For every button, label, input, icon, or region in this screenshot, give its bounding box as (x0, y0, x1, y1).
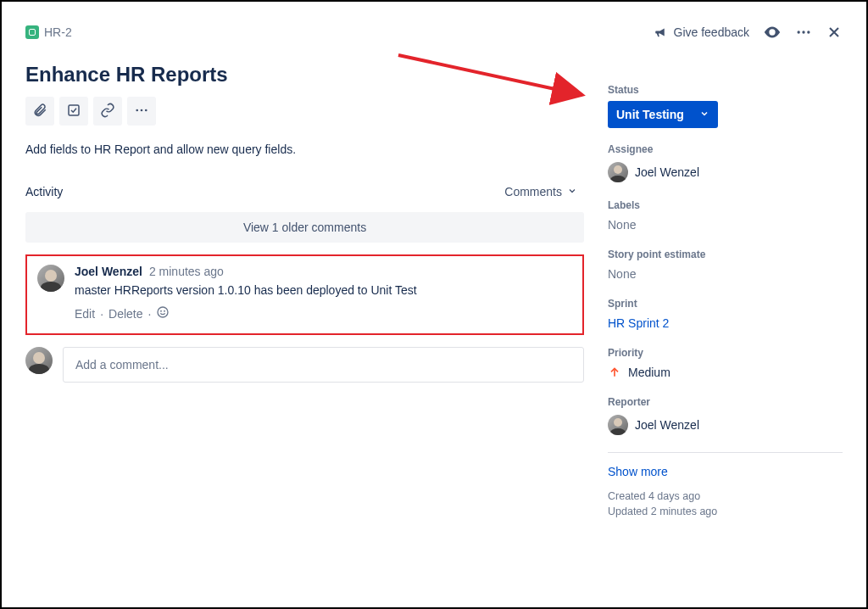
feedback-label: Give feedback (674, 25, 750, 39)
activity-label: Activity (25, 185, 63, 198)
issue-description: Add fields to HR Report and allow new qu… (25, 142, 584, 156)
status-label: Status (608, 84, 843, 96)
breadcrumb[interactable]: HR-2 (25, 25, 72, 39)
updated-timestamp: Updated 2 minutes ago (608, 506, 843, 517)
view-older-comments[interactable]: View 1 older comments (25, 212, 584, 243)
svg-point-1 (136, 109, 138, 111)
comment-body: master HRReports version 1.0.10 has been… (75, 283, 572, 297)
reporter-field[interactable]: Joel Wenzel (608, 413, 843, 437)
priority-label: Priority (608, 347, 843, 359)
ellipsis-icon (134, 103, 149, 120)
svg-point-4 (158, 307, 168, 317)
labels-label: Labels (608, 199, 843, 211)
labels-field[interactable]: None (608, 216, 843, 233)
comment-author: Joel Wenzel (75, 265, 142, 278)
close-button[interactable] (826, 24, 843, 41)
chevron-down-icon (567, 185, 577, 198)
sprint-field[interactable]: HR Sprint 2 (608, 315, 843, 332)
avatar (608, 162, 628, 182)
story-point-label: Story point estimate (608, 249, 843, 260)
priority-value: Medium (628, 366, 670, 379)
status-value: Unit Testing (616, 108, 684, 121)
created-timestamp: Created 4 days ago (608, 490, 843, 502)
reaction-icon[interactable] (156, 305, 170, 321)
svg-rect-0 (69, 105, 79, 115)
give-feedback-button[interactable]: Give feedback (654, 25, 750, 40)
svg-point-3 (145, 109, 147, 111)
avatar (37, 265, 64, 292)
svg-point-2 (141, 109, 143, 111)
comment-delete-button[interactable]: Delete (108, 307, 142, 321)
megaphone-icon (654, 25, 669, 40)
show-more-link[interactable]: Show more (608, 465, 843, 478)
svg-point-8 (798, 31, 800, 33)
assignee-value: Joel Wenzel (635, 165, 699, 179)
svg-point-10 (807, 31, 810, 33)
comment-item: Joel Wenzel 2 minutes ago master HRRepor… (25, 254, 584, 335)
svg-point-7 (771, 31, 774, 34)
close-icon (826, 24, 843, 41)
subtask-button[interactable] (59, 97, 88, 126)
issue-key[interactable]: HR-2 (44, 25, 72, 39)
divider (608, 452, 843, 453)
link-button[interactable] (93, 97, 122, 126)
priority-medium-icon (608, 366, 621, 379)
status-dropdown[interactable]: Unit Testing (608, 101, 718, 128)
comment-edit-button[interactable]: Edit (75, 307, 95, 321)
assignee-field[interactable]: Joel Wenzel (608, 160, 843, 184)
story-point-field[interactable]: None (608, 265, 843, 282)
chevron-down-icon (699, 108, 709, 121)
comment-timestamp: 2 minutes ago (149, 265, 224, 278)
activity-filter-dropdown[interactable]: Comments (498, 182, 584, 202)
attach-button[interactable] (25, 97, 54, 126)
link-icon (100, 103, 115, 120)
issue-title: Enhance HR Reports (25, 63, 584, 87)
priority-field[interactable]: Medium (608, 364, 843, 381)
add-comment-input[interactable]: Add a comment... (63, 347, 584, 383)
paperclip-icon (32, 103, 47, 120)
sprint-label: Sprint (608, 298, 843, 310)
avatar (608, 415, 628, 435)
story-icon (25, 25, 39, 39)
more-actions-button[interactable] (127, 97, 156, 126)
svg-point-9 (802, 31, 804, 33)
activity-filter-label: Comments (504, 185, 562, 198)
reporter-label: Reporter (608, 396, 843, 408)
svg-point-5 (161, 310, 162, 311)
watch-button[interactable] (763, 23, 782, 42)
ellipsis-icon (795, 24, 812, 41)
svg-point-6 (164, 310, 165, 311)
more-button[interactable] (795, 24, 812, 41)
eye-icon (763, 23, 782, 42)
checkbox-icon (66, 103, 81, 120)
reporter-value: Joel Wenzel (635, 418, 699, 432)
avatar (25, 347, 53, 374)
assignee-label: Assignee (608, 143, 843, 155)
